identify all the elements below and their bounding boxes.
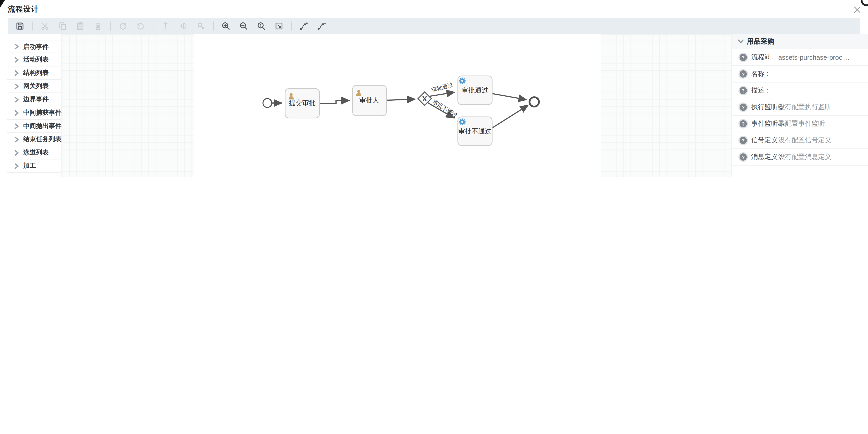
chevron-right-icon xyxy=(14,137,19,142)
chevron-down-icon xyxy=(738,39,743,44)
close-icon[interactable] xyxy=(854,6,861,13)
end-event-node[interactable] xyxy=(529,97,539,107)
prop-row-name[interactable]: ? 名称 : xyxy=(733,66,868,82)
chevron-right-icon xyxy=(14,163,19,169)
redo-button[interactable] xyxy=(116,19,129,32)
copy-button[interactable] xyxy=(56,19,69,32)
zoom-out-button[interactable] xyxy=(237,19,250,32)
prop-value: assets-purchase-proc ... xyxy=(778,53,849,61)
prop-row-process-id[interactable]: ? 流程id : assets-purchase-proc ... xyxy=(733,49,868,66)
connection-add-button[interactable] xyxy=(297,19,311,32)
prop-value: 没有配置消息定义 xyxy=(778,152,831,162)
prop-row-description[interactable]: ? 描述 : xyxy=(733,83,868,99)
sidebar-item-structure-list[interactable]: 结构列表 xyxy=(7,66,61,80)
sidebar-item-label: 泳道列表 xyxy=(23,148,49,157)
task-label: 提交审批 xyxy=(289,99,315,107)
service-task-gear-icon xyxy=(459,118,465,125)
sidebar-item-activity-list[interactable]: 活动列表 xyxy=(7,53,61,66)
prop-label: 描述 : xyxy=(751,86,768,95)
chevron-right-icon xyxy=(14,70,19,76)
chevron-right-icon xyxy=(14,110,19,115)
question-circle-icon: ? xyxy=(740,137,747,144)
connection-remove-button[interactable] xyxy=(315,19,328,32)
prop-row-event-listener[interactable]: ? 事件监听器 : 未配置事件监听 xyxy=(733,116,868,132)
diagram-canvas[interactable]: 提交审批 审批人 X 审批通过 审批不 xyxy=(62,34,732,177)
zoom-out-icon xyxy=(239,21,248,30)
palette-list: 启动事件 活动列表 结构列表 网关列表 边界事件 xyxy=(0,40,61,173)
sidebar-item-processing[interactable]: 加工 xyxy=(7,160,61,173)
paste-button[interactable] xyxy=(74,19,87,32)
task-label: 审批不通过 xyxy=(458,127,492,135)
sidebar-item-intermediate-throw-events[interactable]: 中间抛出事件 xyxy=(7,120,61,133)
palette-sidebar: 启动事件 活动列表 结构列表 网关列表 边界事件 xyxy=(0,34,62,177)
start-event-node[interactable] xyxy=(263,98,272,108)
panel-header[interactable]: 用品采购 xyxy=(733,34,868,49)
sidebar-item-label: 活动列表 xyxy=(23,55,49,64)
service-task-gear-icon xyxy=(459,78,465,84)
question-circle-icon: ? xyxy=(740,70,747,78)
toolbar-separator xyxy=(291,21,291,30)
align-vertical-icon xyxy=(161,21,170,30)
task-node-rejected[interactable]: 审批不通过 xyxy=(458,117,492,146)
cut-icon xyxy=(40,21,49,30)
task-label: 审批通过 xyxy=(462,86,488,94)
zoom-in-icon xyxy=(221,21,230,30)
align-vertical-button[interactable] xyxy=(159,19,172,32)
zoom-in-button[interactable] xyxy=(219,19,232,32)
chevron-right-icon xyxy=(14,150,19,155)
toolbar-separator xyxy=(110,21,111,30)
sidebar-item-label: 结束任务列表 xyxy=(23,135,61,144)
bpmn-diagram: 提交审批 审批人 X 审批通过 审批不 xyxy=(62,34,732,177)
delete-button[interactable] xyxy=(91,19,105,32)
fit-screen-button[interactable] xyxy=(272,19,286,32)
toolbar-separator xyxy=(153,21,153,30)
chevron-right-icon xyxy=(14,96,19,102)
ungroup-icon xyxy=(196,21,205,30)
sidebar-item-boundary-events[interactable]: 边界事件 xyxy=(7,93,61,106)
task-node-submit-approval[interactable]: 提交审批 xyxy=(285,89,319,118)
sidebar-item-gateway-list[interactable]: 网关列表 xyxy=(7,80,61,93)
page-title: 流程设计 xyxy=(8,4,39,15)
prop-label: 消息定义 : xyxy=(751,152,781,162)
edge-label-rejected: 审批不通过 xyxy=(432,98,458,119)
sidebar-item-start-events[interactable]: 启动事件 xyxy=(7,40,61,53)
sidebar-item-intermediate-catch-events[interactable]: 中间捕获事件列表 xyxy=(7,106,61,120)
save-button[interactable] xyxy=(13,19,27,32)
sidebar-item-end-task-list[interactable]: 结束任务列表 xyxy=(7,133,61,146)
properties-panel: 用品采购 ? 流程id : assets-purchase-proc ... ?… xyxy=(732,34,868,177)
chevron-right-icon xyxy=(14,57,19,62)
sidebar-item-label: 网关列表 xyxy=(23,82,49,90)
zoom-reset-button[interactable] xyxy=(255,19,268,32)
delete-icon xyxy=(94,21,102,30)
prop-label: 名称 : xyxy=(751,69,768,79)
align-horizontal-button[interactable] xyxy=(177,19,190,32)
question-circle-icon: ? xyxy=(740,120,747,127)
task-node-approved[interactable]: 审批通过 xyxy=(458,76,492,105)
task-node-approver[interactable]: 审批人 xyxy=(352,85,386,116)
prop-value: 没有配置执行监听 xyxy=(778,103,831,112)
flow-approved-to-end[interactable] xyxy=(492,94,526,100)
undo-button[interactable] xyxy=(134,19,147,32)
cut-button[interactable] xyxy=(38,19,52,32)
toolbar xyxy=(8,18,860,34)
ungroup-button[interactable] xyxy=(194,19,208,32)
prop-row-signal-definition[interactable]: ? 信号定义 : 没有配置信号定义 xyxy=(733,132,868,149)
redo-icon xyxy=(119,21,127,30)
prop-row-message-definition[interactable]: ? 消息定义 : 没有配置消息定义 xyxy=(733,149,868,166)
titlebar: 流程设计 xyxy=(0,0,868,18)
fit-screen-icon xyxy=(275,21,283,30)
flow-submit-to-approver[interactable] xyxy=(319,100,349,103)
task-label: 审批人 xyxy=(359,96,379,104)
prop-value: 未配置事件监听 xyxy=(778,119,825,129)
save-icon xyxy=(16,21,24,30)
prop-row-execution-listener[interactable]: ? 执行监听器 : 没有配置执行监听 xyxy=(733,99,868,116)
question-circle-icon: ? xyxy=(740,87,747,94)
sidebar-item-label: 启动事件 xyxy=(23,42,49,51)
zoom-reset-icon xyxy=(257,21,266,30)
gateway-x-icon: X xyxy=(422,95,427,103)
flow-approver-to-gateway[interactable] xyxy=(386,99,415,100)
sidebar-item-swimlane-list[interactable]: 泳道列表 xyxy=(7,146,61,160)
flow-rejected-to-end[interactable] xyxy=(492,105,528,128)
sidebar-item-label: 加工 xyxy=(23,162,36,170)
sidebar-item-label: 结构列表 xyxy=(23,69,49,77)
